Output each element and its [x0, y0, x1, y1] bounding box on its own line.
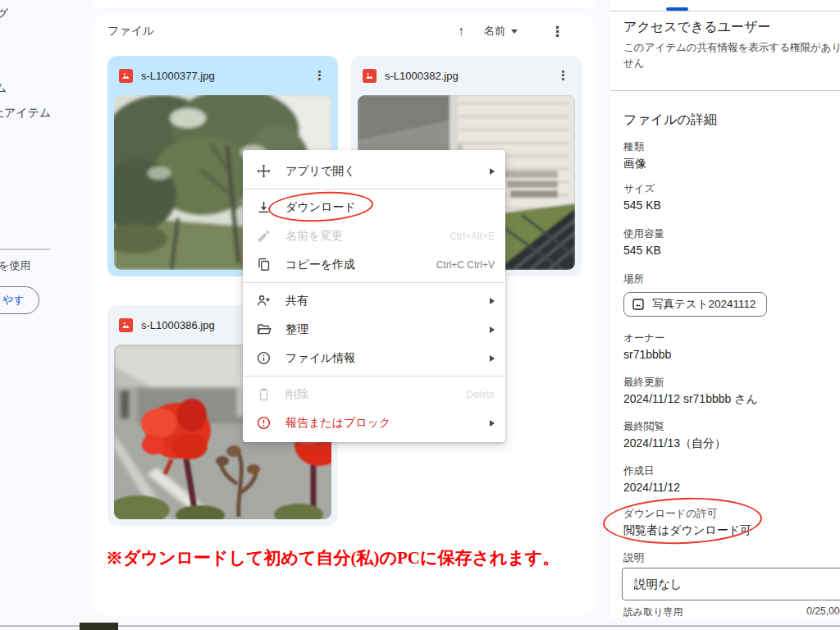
field-size: サイズ 545 KB: [623, 182, 661, 213]
menu-item-open-with[interactable]: アプリで開く: [243, 157, 505, 185]
desktop-fragment: [80, 623, 118, 630]
field-value: 545 KB: [623, 198, 661, 213]
menu-item-shortcut: Ctrl+Alt+E: [450, 231, 495, 242]
field-download-permission: ダウンロードの許可 閲覧者はダウンロード可: [623, 507, 751, 538]
char-counter: 0/25,000: [806, 605, 840, 619]
menu-item-label: ファイル情報: [285, 351, 355, 366]
field-label: 場所: [623, 272, 767, 286]
organize-folder-icon: [255, 322, 272, 338]
get-more-storage-label: やす: [2, 293, 25, 308]
field-type: 種類 画像: [623, 140, 646, 171]
field-label: ダウンロードの許可: [623, 507, 751, 521]
file-more-options-icon[interactable]: ⋮: [311, 68, 328, 83]
rename-icon: [255, 228, 272, 244]
field-value: sr71bbbb: [623, 347, 671, 363]
image-file-icon: [119, 69, 133, 83]
file-name: s-L1000377.jpg: [141, 70, 311, 82]
menu-item-label: 削除: [285, 387, 308, 402]
location-folder-name: 写真テスト20241112: [652, 297, 756, 312]
chevron-down-icon: [511, 30, 518, 34]
get-more-storage-button[interactable]: やす: [0, 286, 39, 314]
field-label: サイズ: [623, 182, 661, 196]
submenu-arrow-icon: [490, 168, 495, 175]
trash-icon: [255, 386, 272, 403]
field-value: 2024/11/13（自分）: [623, 436, 726, 451]
sort-by-label: 名前: [484, 24, 505, 39]
file-more-options-icon[interactable]: ⋮: [555, 68, 572, 83]
report-icon: [255, 415, 272, 431]
submenu-arrow-icon: [490, 420, 495, 427]
sort-by-button[interactable]: 名前: [484, 24, 518, 39]
menu-item-label: 整理: [285, 322, 308, 337]
field-value: 画像: [623, 156, 646, 171]
menu-item-label: 名前を変更: [285, 229, 343, 244]
menu-divider: [243, 282, 505, 283]
field-label: 説明: [623, 551, 840, 565]
sidebar-divider: [0, 249, 51, 250]
image-file-icon: [119, 318, 133, 332]
file-card-header: s-L1000377.jpg ⋮: [107, 56, 338, 95]
field-value: 2024/11/12 sr71bbbb さん: [623, 391, 758, 407]
sidebar-item-fragment-2[interactable]: ム: [0, 81, 7, 96]
field-label: 最終更新: [623, 376, 758, 390]
field-label: 最終閲覧: [623, 420, 726, 434]
files-section-title: ファイル: [107, 24, 154, 39]
location-folder-chip[interactable]: 写真テスト20241112: [623, 292, 767, 317]
sort-controls: ↑ 名前 ⋮: [458, 21, 564, 41]
menu-item-organize[interactable]: 整理: [243, 315, 505, 344]
file-details-title: ファイルの詳細: [623, 112, 717, 129]
open-with-icon: [255, 163, 272, 180]
field-location: 場所 写真テスト20241112: [623, 272, 767, 317]
field-modified: 最終更新 2024/11/12 sr71bbbb さん: [623, 376, 758, 407]
field-label: 使用容量: [623, 227, 664, 241]
menu-item-download[interactable]: ダウンロード: [243, 193, 505, 221]
field-label: 作成日: [623, 464, 680, 478]
menu-item-shortcut: Ctrl+C Ctrl+V: [436, 259, 495, 271]
field-created: 作成日 2024/11/12: [623, 464, 680, 495]
sidebar-item-fragment-1[interactable]: グ: [0, 7, 8, 21]
menu-item-file-info[interactable]: ファイル情報: [243, 344, 505, 372]
field-value: 545 KB: [623, 243, 664, 258]
panel-divider: [610, 90, 840, 91]
submenu-arrow-icon: [490, 355, 495, 362]
menu-item-label: 報告またはブロック: [285, 416, 390, 431]
view-more-options-icon[interactable]: ⋮: [550, 23, 564, 40]
folder-image-icon: [631, 297, 646, 312]
copy-icon: [255, 257, 272, 273]
menu-item-rename[interactable]: 名前を変更 Ctrl+Alt+E: [243, 221, 505, 250]
field-label: 種類: [623, 140, 646, 154]
readonly-label: 読み取り専用: [623, 605, 683, 619]
panel-top-divider: [610, 11, 840, 11]
window-bottom-edge: [0, 625, 840, 627]
submenu-arrow-icon: [490, 298, 495, 304]
details-side-panel: アクセスできるユーザー このアイテムの共有情報を表示する権限がありません ファイ…: [610, 0, 840, 619]
menu-item-label: アプリで開く: [285, 164, 356, 179]
sidebar-item-label: 上アイテム: [0, 106, 51, 119]
menu-item-report-or-block[interactable]: 報告またはブロック: [243, 409, 505, 437]
annotation-note: ※ダウンロードして初めて自分(私)のPCに保存されます。: [106, 546, 559, 569]
sort-direction-icon[interactable]: ↑: [458, 24, 464, 39]
context-menu: アプリで開く ダウンロード 名前を変更 Ctrl+Alt+E コピーを作成 Ct…: [243, 150, 505, 442]
menu-item-delete[interactable]: 削除 Delete: [243, 380, 505, 409]
field-label: オーナー: [623, 331, 671, 345]
menu-item-share[interactable]: 共有: [243, 286, 505, 315]
menu-item-label: 共有: [285, 294, 308, 308]
field-value: 閲覧者はダウンロード可: [623, 523, 751, 538]
share-person-add-icon: [255, 293, 272, 309]
gdrive-screen: { "icons": { "sort_ascending": "↑", "mor…: [0, 0, 840, 630]
sidebar-item-shared-items[interactable]: 上アイテム: [0, 105, 94, 121]
image-file-icon: [363, 69, 377, 83]
field-last-opened: 最終閲覧 2024/11/13（自分）: [623, 420, 726, 451]
info-icon: [255, 350, 272, 367]
file-name: s-L1000382.jpg: [385, 70, 555, 82]
menu-item-label: ダウンロード: [285, 200, 356, 215]
field-value: 2024/11/12: [623, 480, 680, 495]
menu-divider: [243, 189, 505, 189]
submenu-arrow-icon: [490, 326, 495, 333]
download-icon: [255, 199, 272, 216]
access-section-title: アクセスできるユーザー: [623, 19, 770, 36]
menu-item-label: コピーを作成: [285, 258, 355, 272]
description-input[interactable]: [622, 568, 840, 600]
menu-item-make-copy[interactable]: コピーを作成 Ctrl+C Ctrl+V: [243, 250, 505, 279]
menu-item-shortcut: Delete: [466, 389, 495, 400]
